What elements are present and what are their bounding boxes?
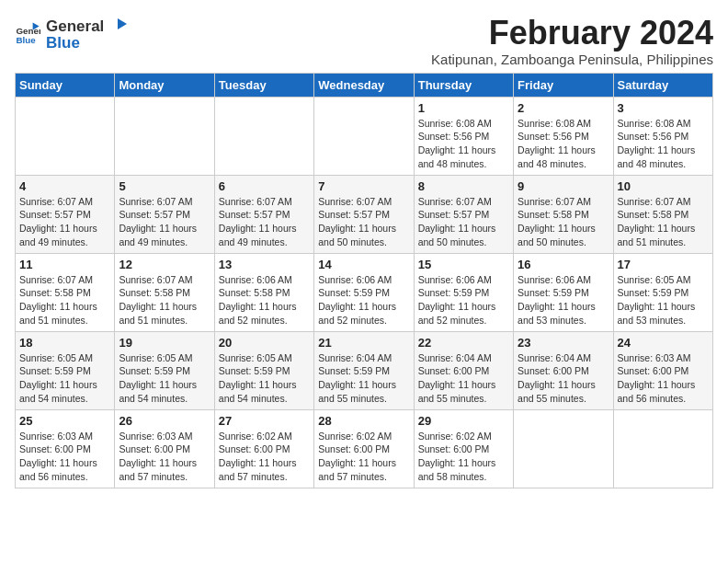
day-info: Sunrise: 6:06 AM Sunset: 5:59 PM Dayligh… [318,273,409,327]
calendar-cell: 25Sunrise: 6:03 AM Sunset: 6:00 PM Dayli… [16,409,115,488]
calendar-cell: 8Sunrise: 6:07 AM Sunset: 5:57 PM Daylig… [414,175,513,253]
svg-marker-4 [118,18,127,29]
day-info: Sunrise: 6:07 AM Sunset: 5:57 PM Dayligh… [418,195,509,249]
calendar-cell: 7Sunrise: 6:07 AM Sunset: 5:57 PM Daylig… [314,175,414,253]
day-number: 3 [618,101,709,115]
calendar-cell: 24Sunrise: 6:03 AM Sunset: 6:00 PM Dayli… [613,331,712,409]
day-number: 8 [418,179,509,193]
day-info: Sunrise: 6:05 AM Sunset: 5:59 PM Dayligh… [19,351,110,406]
logo-svg: General Blue [46,15,129,53]
day-number: 27 [219,414,310,428]
day-info: Sunrise: 6:08 AM Sunset: 5:56 PM Dayligh… [518,117,609,171]
page-subtitle: Katipunan, Zamboanga Peninsula, Philippi… [431,52,713,67]
day-number: 17 [618,258,709,271]
calendar-week-2: 4Sunrise: 6:07 AM Sunset: 5:57 PM Daylig… [16,175,713,253]
day-info: Sunrise: 6:07 AM Sunset: 5:57 PM Dayligh… [19,195,110,249]
calendar-cell [514,409,613,488]
calendar-cell: 15Sunrise: 6:06 AM Sunset: 5:59 PM Dayli… [414,253,513,331]
calendar-cell: 1Sunrise: 6:08 AM Sunset: 5:56 PM Daylig… [414,97,513,175]
svg-text:General: General [46,17,104,35]
calendar-week-4: 18Sunrise: 6:05 AM Sunset: 5:59 PM Dayli… [16,331,713,409]
day-info: Sunrise: 6:02 AM Sunset: 6:00 PM Dayligh… [418,430,509,484]
calendar-cell: 23Sunrise: 6:04 AM Sunset: 6:00 PM Dayli… [514,331,613,409]
calendar-cell [16,97,115,175]
calendar-cell: 27Sunrise: 6:02 AM Sunset: 6:00 PM Dayli… [214,409,313,488]
calendar-week-5: 25Sunrise: 6:03 AM Sunset: 6:00 PM Dayli… [16,409,713,488]
calendar-cell: 20Sunrise: 6:05 AM Sunset: 5:59 PM Dayli… [214,331,313,409]
day-info: Sunrise: 6:03 AM Sunset: 6:00 PM Dayligh… [19,430,110,484]
day-info: Sunrise: 6:04 AM Sunset: 5:59 PM Dayligh… [318,351,409,406]
day-info: Sunrise: 6:02 AM Sunset: 6:00 PM Dayligh… [318,430,409,484]
calendar-cell [115,97,214,175]
day-number: 7 [318,179,409,193]
day-number: 26 [119,414,210,428]
page-header: General Blue General Blue February 2024 … [15,15,713,67]
day-number: 6 [219,179,310,193]
column-header-tuesday: Tuesday [214,73,313,97]
day-info: Sunrise: 6:04 AM Sunset: 6:00 PM Dayligh… [418,351,509,406]
calendar-cell: 10Sunrise: 6:07 AM Sunset: 5:58 PM Dayli… [613,175,712,253]
day-number: 24 [618,336,709,350]
day-number: 1 [418,101,509,115]
logo: General Blue General Blue [15,15,129,53]
page-title: February 2024 [431,15,713,52]
column-header-friday: Friday [514,73,613,97]
day-info: Sunrise: 6:07 AM Sunset: 5:58 PM Dayligh… [518,195,609,249]
day-number: 19 [119,336,210,350]
day-number: 21 [318,336,409,350]
calendar-cell: 5Sunrise: 6:07 AM Sunset: 5:57 PM Daylig… [115,175,214,253]
title-area: February 2024 Katipunan, Zamboanga Penin… [431,15,713,67]
day-number: 20 [219,336,310,350]
day-info: Sunrise: 6:07 AM Sunset: 5:57 PM Dayligh… [318,195,409,249]
day-info: Sunrise: 6:05 AM Sunset: 5:59 PM Dayligh… [119,351,210,406]
day-info: Sunrise: 6:07 AM Sunset: 5:58 PM Dayligh… [19,273,110,327]
day-number: 18 [19,336,110,350]
calendar-cell: 18Sunrise: 6:05 AM Sunset: 5:59 PM Dayli… [16,331,115,409]
calendar-cell: 29Sunrise: 6:02 AM Sunset: 6:00 PM Dayli… [414,409,513,488]
day-number: 9 [518,179,609,193]
calendar-week-1: 1Sunrise: 6:08 AM Sunset: 5:56 PM Daylig… [16,97,713,175]
calendar-table: SundayMondayTuesdayWednesdayThursdayFrid… [15,73,713,488]
day-number: 22 [418,336,509,350]
calendar-cell: 16Sunrise: 6:06 AM Sunset: 5:59 PM Dayli… [514,253,613,331]
day-info: Sunrise: 6:04 AM Sunset: 6:00 PM Dayligh… [518,351,609,406]
calendar-body: 1Sunrise: 6:08 AM Sunset: 5:56 PM Daylig… [16,97,713,488]
calendar-cell: 19Sunrise: 6:05 AM Sunset: 5:59 PM Dayli… [115,331,214,409]
day-number: 16 [518,258,609,271]
svg-text:Blue: Blue [46,34,80,52]
day-info: Sunrise: 6:05 AM Sunset: 5:59 PM Dayligh… [219,351,310,406]
calendar-cell [613,409,712,488]
day-info: Sunrise: 6:03 AM Sunset: 6:00 PM Dayligh… [618,351,709,406]
day-number: 28 [318,414,409,428]
day-info: Sunrise: 6:03 AM Sunset: 6:00 PM Dayligh… [119,430,210,484]
day-number: 13 [219,258,310,271]
calendar-header: SundayMondayTuesdayWednesdayThursdayFrid… [16,73,713,97]
calendar-week-3: 11Sunrise: 6:07 AM Sunset: 5:58 PM Dayli… [16,253,713,331]
calendar-cell: 2Sunrise: 6:08 AM Sunset: 5:56 PM Daylig… [514,97,613,175]
day-number: 2 [518,101,609,115]
column-header-monday: Monday [115,73,214,97]
day-info: Sunrise: 6:06 AM Sunset: 5:59 PM Dayligh… [418,273,509,327]
calendar-cell: 9Sunrise: 6:07 AM Sunset: 5:58 PM Daylig… [514,175,613,253]
day-info: Sunrise: 6:06 AM Sunset: 5:59 PM Dayligh… [518,273,609,327]
calendar-cell: 11Sunrise: 6:07 AM Sunset: 5:58 PM Dayli… [16,253,115,331]
day-number: 5 [119,179,210,193]
calendar-cell: 17Sunrise: 6:05 AM Sunset: 5:59 PM Dayli… [613,253,712,331]
day-number: 23 [518,336,609,350]
day-number: 12 [119,258,210,271]
day-info: Sunrise: 6:07 AM Sunset: 5:57 PM Dayligh… [219,195,310,249]
column-header-saturday: Saturday [613,73,712,97]
calendar-cell: 3Sunrise: 6:08 AM Sunset: 5:56 PM Daylig… [613,97,712,175]
calendar-cell [314,97,414,175]
calendar-cell: 28Sunrise: 6:02 AM Sunset: 6:00 PM Dayli… [314,409,414,488]
day-info: Sunrise: 6:07 AM Sunset: 5:58 PM Dayligh… [618,195,709,249]
day-info: Sunrise: 6:07 AM Sunset: 5:57 PM Dayligh… [119,195,210,249]
logo-icon: General Blue [15,21,40,47]
calendar-cell: 26Sunrise: 6:03 AM Sunset: 6:00 PM Dayli… [115,409,214,488]
day-number: 15 [418,258,509,271]
calendar-cell: 21Sunrise: 6:04 AM Sunset: 5:59 PM Dayli… [314,331,414,409]
calendar-cell [214,97,313,175]
svg-text:Blue: Blue [16,35,36,45]
day-info: Sunrise: 6:08 AM Sunset: 5:56 PM Dayligh… [418,117,509,171]
day-info: Sunrise: 6:02 AM Sunset: 6:00 PM Dayligh… [219,430,310,484]
